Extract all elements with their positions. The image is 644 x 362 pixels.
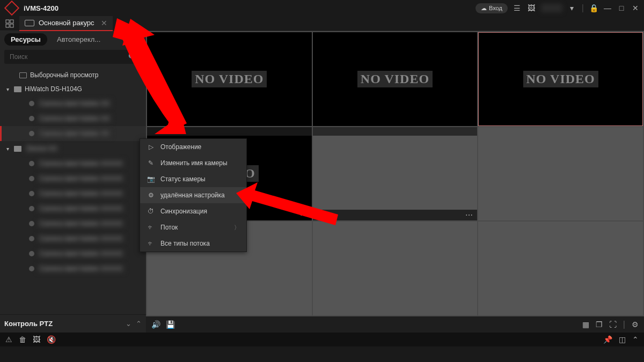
- maximize-icon[interactable]: □: [617, 4, 626, 12]
- picture-icon[interactable]: 🖼: [33, 335, 40, 344]
- tree-item-camera[interactable]: Camera label hidden XXXXX: [0, 201, 146, 216]
- dropdown-icon[interactable]: ▾: [568, 4, 576, 12]
- svg-marker-9: [236, 182, 338, 225]
- camera-icon: [29, 191, 34, 196]
- play-icon: ▷: [147, 143, 155, 151]
- camera-icon: [29, 101, 34, 106]
- ctx-item-stream[interactable]: ᯤ Поток 〉: [140, 219, 246, 235]
- annotation-arrow: [236, 182, 343, 236]
- tree-item-camera[interactable]: Camera label hidden XXXXX: [0, 156, 146, 171]
- save-icon[interactable]: 💾: [166, 320, 175, 329]
- svg-marker-8: [155, 115, 187, 134]
- monitor-icon: [25, 20, 34, 26]
- svg-rect-1: [10, 20, 13, 23]
- list-icon[interactable]: ☰: [513, 4, 522, 12]
- tree-item-camera[interactable]: Camera label hidden XXXXX: [0, 216, 146, 231]
- no-video-label: NO VIDEO: [523, 71, 598, 87]
- tab-main-view[interactable]: Основной ракурс ✕: [19, 16, 113, 31]
- camera-label: Camera label hidden XXXXX: [38, 264, 125, 273]
- title-bar: iVMS-4200 ☁ Вход ☰ 🖼 ▾ | 🔒 — □ ✕: [0, 0, 644, 16]
- camera-label: Camera label hidden XXXXX: [38, 204, 125, 213]
- layout-grid-icon[interactable]: ▦: [582, 320, 589, 329]
- annotation-arrow: [117, 16, 192, 134]
- camera-icon: [29, 116, 34, 121]
- tree-item-camera[interactable]: Camera label hidden XXXXX: [0, 261, 146, 276]
- expand-up-icon[interactable]: ⌃: [632, 335, 639, 344]
- tab-close-icon[interactable]: ✕: [101, 19, 107, 27]
- camera-icon: [29, 251, 34, 256]
- ctx-label: удалённая настройка: [160, 191, 225, 199]
- svg-rect-3: [10, 24, 13, 27]
- pin-icon[interactable]: 📌: [603, 335, 612, 344]
- camera-icon: 📷: [147, 175, 155, 183]
- camera-label: Camera label hidden XXXXX: [38, 219, 125, 228]
- monitor-icon: [19, 72, 27, 78]
- stream-icon: ᯤ: [147, 223, 155, 232]
- sidebar-tab-resources[interactable]: Ресурсы: [4, 33, 47, 46]
- svg-marker-7: [122, 19, 187, 129]
- ctx-item-all-streams[interactable]: ᯤ Все типы потока: [140, 235, 246, 252]
- ctx-item-sync[interactable]: ⏱ Синхронизация: [140, 203, 246, 219]
- ptz-panel-header[interactable]: Контроль PTZ ⌄ ⌃: [0, 314, 146, 333]
- search-placeholder: Поиск: [10, 53, 27, 61]
- status-bar: ⚠ 🗑 🖼 🔇 📌 ◫ ⌃: [0, 333, 644, 346]
- ctx-label: Все типы потока: [160, 240, 210, 247]
- no-video-label: NO VIDEO: [357, 71, 433, 87]
- tree-item-device[interactable]: ▾ Device XX: [0, 141, 146, 156]
- chevron-down-icon[interactable]: ⌄: [126, 320, 131, 328]
- fullscreen-icon[interactable]: ⛶: [609, 320, 617, 329]
- cloud-icon: ☁: [481, 5, 487, 12]
- chevron-down-icon: ▾: [4, 86, 11, 92]
- volume-icon[interactable]: 🔊: [151, 320, 160, 329]
- camera-icon: [29, 161, 34, 166]
- video-cell[interactable]: NO VIDEO: [478, 32, 643, 126]
- tree-item-camera[interactable]: Camera label hidden XXXXX: [0, 171, 146, 186]
- camera-icon: [29, 176, 34, 181]
- tree-item-camera[interactable]: Camera label hidden XXXXX: [0, 231, 146, 246]
- grid-toolbar: 🔊 💾 ▦ ❐ ⛶ | ⚙: [146, 316, 644, 333]
- apps-grid-icon[interactable]: [0, 19, 19, 28]
- ctx-label: Отображение: [160, 143, 201, 151]
- gear-icon[interactable]: ⚙: [632, 320, 639, 329]
- video-cell[interactable]: [478, 221, 643, 315]
- ctx-item-remote-config[interactable]: ⚙ удалённая настройка: [140, 187, 246, 203]
- user-label[interactable]: [541, 4, 562, 12]
- tree-label: Выборочный просмотр: [30, 71, 98, 79]
- login-label: Вход: [489, 5, 502, 11]
- chevron-up-icon[interactable]: ⌃: [136, 320, 142, 328]
- app-title: iVMS-4200: [24, 4, 58, 12]
- ctx-item-rename[interactable]: ✎ Изменить имя камеры: [140, 155, 246, 171]
- trash-icon[interactable]: 🗑: [19, 335, 26, 344]
- minimize-icon[interactable]: —: [603, 4, 612, 12]
- image-icon[interactable]: 🖼: [527, 4, 536, 12]
- lock-icon[interactable]: 🔒: [589, 4, 598, 12]
- ctx-label: Поток: [160, 224, 178, 231]
- ctx-item-status[interactable]: 📷 Статус камеры: [140, 171, 246, 187]
- camera-label: Camera label hidden XXXXX: [38, 249, 125, 258]
- video-cell[interactable]: [478, 127, 643, 221]
- camera-icon: [29, 206, 34, 211]
- svg-rect-0: [6, 20, 9, 23]
- panel-icon[interactable]: ◫: [619, 335, 626, 344]
- window-icon[interactable]: ❐: [596, 320, 603, 329]
- camera-icon: [29, 236, 34, 241]
- login-button[interactable]: ☁ Вход: [475, 3, 508, 13]
- tree-item-camera[interactable]: Camera label hidden XXXXX: [0, 246, 146, 261]
- ptz-title: Контроль PTZ: [4, 320, 53, 328]
- chevron-down-icon: ▾: [4, 146, 11, 152]
- context-menu: ▷ Отображение ✎ Изменить имя камеры 📷 Ст…: [140, 138, 247, 252]
- folder-icon: [14, 86, 21, 92]
- video-cell[interactable]: NO VIDEO: [313, 32, 478, 126]
- camera-icon: [29, 221, 34, 226]
- ctx-label: Изменить имя камеры: [160, 159, 228, 167]
- tree-label: HiWatch DS-H104G: [25, 85, 82, 93]
- mute-icon[interactable]: 🔇: [47, 335, 56, 344]
- ctx-item-display[interactable]: ▷ Отображение: [140, 139, 246, 155]
- sidebar-tab-autoswitch[interactable]: Автоперекл...: [50, 33, 107, 46]
- ctx-label: Синхронизация: [160, 208, 207, 215]
- tree-item-camera[interactable]: Camera label hidden XXXXX: [0, 186, 146, 201]
- device-label: Device XX: [25, 144, 59, 153]
- camera-label: Camera label hidden XX: [38, 99, 112, 108]
- close-icon[interactable]: ✕: [631, 4, 640, 12]
- alert-icon[interactable]: ⚠: [5, 335, 12, 344]
